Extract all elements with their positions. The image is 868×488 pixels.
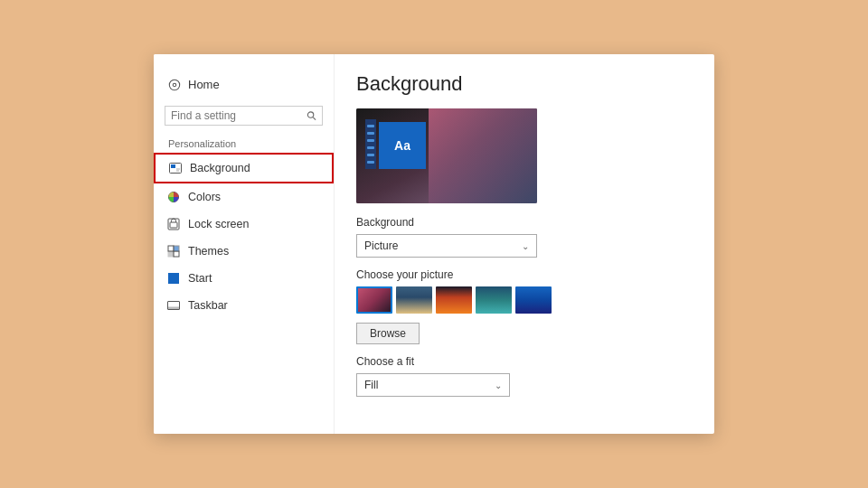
- taskbar-bar-6: [367, 161, 374, 164]
- settings-window: Home Personalization Background: [154, 54, 714, 434]
- themes-icon: [166, 244, 181, 258]
- sidebar-item-home[interactable]: Home: [154, 72, 334, 100]
- svg-rect-18: [174, 278, 179, 284]
- svg-rect-16: [174, 273, 179, 278]
- svg-line-3: [313, 117, 316, 120]
- start-icon: [166, 271, 181, 286]
- themes-label: Themes: [188, 245, 229, 258]
- preview-window: Aa: [379, 122, 426, 169]
- thumb-2[interactable]: [396, 286, 432, 314]
- preview-taskbar: [365, 119, 376, 169]
- fit-dropdown-value: Fill: [364, 379, 378, 391]
- search-icon: [307, 110, 316, 121]
- taskbar-label: Taskbar: [188, 299, 228, 312]
- home-label: Home: [188, 78, 220, 91]
- svg-rect-11: [168, 246, 174, 251]
- background-dropdown-value: Picture: [364, 239, 398, 252]
- fit-dropdown[interactable]: Fill ⌄: [356, 373, 510, 397]
- page-title: Background: [356, 72, 693, 96]
- svg-rect-10: [170, 222, 177, 228]
- taskbar-bar-3: [367, 139, 374, 142]
- preview-bg: Aa: [356, 108, 537, 203]
- taskbar-bar-2: [367, 132, 374, 135]
- background-dropdown[interactable]: Picture ⌄: [356, 234, 537, 258]
- svg-rect-20: [168, 307, 180, 310]
- background-icon: [168, 161, 183, 175]
- sidebar-item-taskbar[interactable]: Taskbar: [154, 292, 334, 319]
- svg-rect-5: [171, 164, 175, 168]
- fit-chevron-icon: ⌄: [495, 380, 502, 390]
- choose-fit-label: Choose a fit: [356, 355, 693, 368]
- svg-rect-13: [174, 246, 179, 251]
- preview-right-bg: [429, 108, 537, 203]
- sidebar-item-start[interactable]: Start: [154, 265, 334, 292]
- thumb-4[interactable]: [476, 286, 512, 314]
- lock-screen-icon: [166, 217, 181, 231]
- thumb-5[interactable]: [515, 286, 552, 314]
- svg-rect-12: [174, 251, 179, 257]
- search-input[interactable]: [171, 109, 307, 122]
- sidebar-item-lock-screen[interactable]: Lock screen: [154, 211, 334, 238]
- svg-rect-14: [168, 251, 174, 257]
- taskbar-bar-1: [367, 125, 374, 127]
- svg-rect-17: [168, 278, 174, 284]
- start-label: Start: [188, 272, 212, 285]
- home-icon: [168, 79, 181, 91]
- sidebar-item-background[interactable]: Background: [154, 153, 334, 183]
- svg-rect-15: [168, 273, 174, 278]
- colors-label: Colors: [188, 191, 221, 203]
- choose-picture-label: Choose your picture: [356, 268, 693, 281]
- sidebar-item-themes[interactable]: Themes: [154, 238, 334, 265]
- chevron-down-icon: ⌄: [522, 241, 529, 251]
- taskbar-bar-4: [367, 146, 374, 149]
- svg-point-0: [169, 80, 179, 89]
- colors-icon: [166, 190, 181, 204]
- background-preview: Aa: [356, 108, 537, 203]
- sidebar: Home Personalization Background: [154, 54, 335, 434]
- picture-row: [356, 286, 693, 314]
- background-label: Background: [190, 162, 250, 174]
- sidebar-item-colors[interactable]: Colors: [154, 183, 334, 211]
- taskbar-bar-5: [367, 154, 374, 156]
- taskbar-icon: [166, 298, 181, 313]
- browse-button[interactable]: Browse: [356, 323, 420, 344]
- main-content: Background Aa Backgro: [335, 54, 714, 434]
- thumb-3[interactable]: [436, 286, 472, 314]
- svg-point-1: [173, 83, 176, 87]
- svg-point-2: [307, 112, 313, 117]
- background-section-label: Background: [356, 216, 693, 229]
- personalization-section-label: Personalization: [154, 135, 334, 153]
- search-box[interactable]: [165, 106, 323, 126]
- thumb-1[interactable]: [356, 286, 392, 314]
- lock-screen-label: Lock screen: [188, 218, 249, 230]
